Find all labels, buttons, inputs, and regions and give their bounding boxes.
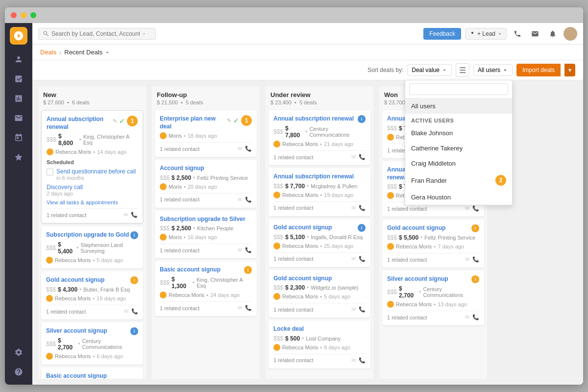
step-badge-annual1: 1 bbox=[127, 116, 138, 126]
dropdown-user-3[interactable]: Fran Rander 2 bbox=[405, 171, 512, 190]
email-card-icon-sw[interactable]: ✉ bbox=[465, 314, 469, 320]
card-icons-gold-won: ✉ 📞 bbox=[465, 256, 479, 263]
dropdown-search-input[interactable] bbox=[409, 83, 508, 95]
sidebar-item-reports[interactable] bbox=[10, 90, 27, 107]
deal-title-silver-upgrade[interactable]: Subscription upgrade to Silver bbox=[160, 216, 252, 223]
email-card-icon-gs2[interactable]: ✉ bbox=[351, 256, 356, 262]
list-view-icon[interactable]: ☰ bbox=[456, 63, 469, 77]
phone-card-icon-a2[interactable]: 📞 bbox=[359, 154, 366, 160]
users-filter-dropdown[interactable]: All users bbox=[473, 64, 513, 76]
col-new-meta: $ 27,600 • 6 deals bbox=[43, 99, 141, 105]
owner-avatar-gold-signup2 bbox=[273, 243, 280, 249]
deal-title-gold-won[interactable]: Gold account signup bbox=[387, 224, 445, 232]
phone-card-icon-sw[interactable]: 📞 bbox=[472, 314, 479, 320]
deal-title-gold-signup2[interactable]: Gold account signup bbox=[273, 224, 332, 232]
deal-title-annual3[interactable]: Annual subscription renewal bbox=[273, 173, 366, 181]
search-dropdown-icon[interactable] bbox=[142, 31, 147, 36]
scheduled-label: Scheduled bbox=[47, 159, 138, 165]
deal-amount-annual1: $$$ $ 8,600 • King, Christopher A Esq bbox=[47, 133, 138, 147]
app-logo[interactable] bbox=[10, 27, 27, 45]
phone-card-icon-e1[interactable]: 📞 bbox=[245, 146, 252, 152]
import-deals-button[interactable]: Import deals bbox=[516, 64, 561, 76]
email-card-icon-locke[interactable]: ✉ bbox=[351, 357, 356, 364]
email-card-icon-as2[interactable]: ✉ bbox=[238, 196, 242, 203]
breadcrumb-deals-link[interactable]: Deals bbox=[40, 49, 56, 56]
phone-card-icon-a3[interactable]: 📞 bbox=[359, 205, 366, 211]
deal-amount-annual3: $$$ $ 7,700 • Mcgladrey & Pullen bbox=[273, 183, 366, 190]
deal-title-basic1[interactable]: Basic account signup bbox=[46, 372, 107, 379]
sidebar-item-contacts[interactable] bbox=[10, 50, 27, 68]
email-card-icon-bs2[interactable]: ✉ bbox=[238, 305, 242, 311]
view-all-link[interactable]: View all tasks & appointments bbox=[47, 199, 138, 205]
email-card-icon-aw2[interactable]: ✉ bbox=[465, 205, 469, 212]
deal-title-annual2[interactable]: Annual subscription renewal bbox=[273, 115, 354, 123]
sidebar-item-deals[interactable] bbox=[10, 70, 27, 88]
email-card-icon-a3[interactable]: ✉ bbox=[351, 205, 356, 211]
deal-title-sub-gold1[interactable]: Subscription upgrade to Gold bbox=[46, 231, 129, 239]
phone-card-icon-as2[interactable]: 📞 bbox=[245, 196, 252, 203]
dropdown-section-header: Active Users bbox=[405, 114, 512, 125]
dropdown-user-2[interactable]: Craig Middleton bbox=[405, 156, 512, 171]
phone-card-icon-gs2[interactable]: 📞 bbox=[359, 256, 366, 262]
import-deals-arrow[interactable]: ▾ bbox=[564, 64, 575, 76]
check-icon-annual1[interactable]: ✓ bbox=[119, 117, 125, 125]
phone-card-icon-2[interactable]: 📞 bbox=[131, 308, 138, 315]
deal-title-silver1[interactable]: Silver account signup bbox=[46, 327, 107, 335]
dropdown-user-4[interactable]: Gera Houston bbox=[405, 190, 512, 205]
phone-card-icon-su[interactable]: 📞 bbox=[245, 247, 252, 253]
breadcrumb-dropdown-icon[interactable] bbox=[104, 49, 110, 55]
deal-title-gold-signup1[interactable]: Gold account signup bbox=[46, 276, 104, 284]
minimize-button[interactable] bbox=[21, 12, 26, 18]
dropdown-user-0[interactable]: Blake Johnson bbox=[405, 125, 512, 141]
email-card-icon-e1[interactable]: ✉ bbox=[238, 146, 242, 152]
phone-card-icon-locke[interactable]: 📞 bbox=[359, 357, 366, 364]
deal-title-enterprise1[interactable]: Enterprise plan new deal bbox=[160, 115, 227, 130]
email-card-icon-gs3[interactable]: ✉ bbox=[351, 306, 356, 313]
dropdown-all-users[interactable]: All users bbox=[405, 98, 512, 114]
edit-icon-enterprise1[interactable]: ✎ bbox=[227, 118, 231, 124]
search-bar[interactable] bbox=[38, 28, 156, 40]
deal-owner-annual3: Rebecca Moris • 19 days ago bbox=[273, 192, 366, 198]
dropdown-user-1[interactable]: Catherine Takerey bbox=[405, 141, 512, 156]
sort-dropdown[interactable]: Deal value bbox=[407, 64, 452, 76]
deal-badge-silver-won: ! bbox=[471, 275, 479, 283]
sidebar-item-settings[interactable] bbox=[10, 343, 27, 361]
phone-card-icon-gs3[interactable]: 📞 bbox=[359, 306, 366, 313]
feedback-button[interactable]: Feedback bbox=[423, 28, 461, 40]
notification-icon[interactable] bbox=[546, 27, 560, 41]
maximize-button[interactable] bbox=[30, 12, 36, 18]
phone-icon[interactable] bbox=[511, 27, 524, 41]
email-card-icon-2[interactable]: ✉ bbox=[124, 308, 128, 315]
phone-card-icon[interactable]: 📞 bbox=[131, 212, 138, 218]
deal-amount-sub-gold1: $$$ $ 5,400 • Stephenson Land Surveying bbox=[46, 241, 138, 255]
email-card-icon-a2[interactable]: ✉ bbox=[351, 154, 356, 160]
sidebar-item-help[interactable] bbox=[10, 363, 27, 381]
task-title[interactable]: Send questionnaire before call bbox=[56, 168, 138, 175]
add-lead-button[interactable]: + Lead bbox=[465, 28, 507, 40]
phone-card-icon-aw2[interactable]: 📞 bbox=[472, 205, 479, 212]
sidebar-item-calendar[interactable] bbox=[10, 129, 27, 147]
email-card-icon[interactable]: ✉ bbox=[123, 212, 128, 218]
check-icon-enterprise1[interactable]: ✓ bbox=[233, 117, 239, 124]
deal-title-account-signup2[interactable]: Account signup bbox=[160, 165, 252, 172]
mail-icon[interactable] bbox=[528, 27, 542, 41]
email-card-icon-su[interactable]: ✉ bbox=[238, 247, 242, 253]
deal-title-gold-signup3[interactable]: Gold account signup bbox=[273, 275, 366, 283]
deal-title-locke[interactable]: Locke deal bbox=[273, 325, 366, 333]
sidebar-item-integrations[interactable] bbox=[10, 148, 27, 166]
edit-icon-annual1[interactable]: ✎ bbox=[113, 118, 117, 124]
task-item: Send questionnaire before call in 6 mont… bbox=[47, 168, 138, 181]
email-card-icon-gw[interactable]: ✉ bbox=[465, 256, 469, 263]
deal-title-annual1[interactable]: Annual subscription renewal bbox=[47, 116, 113, 131]
search-input[interactable] bbox=[51, 30, 140, 37]
phone-card-icon-bs2[interactable]: 📞 bbox=[245, 305, 252, 311]
user-avatar[interactable] bbox=[564, 27, 577, 41]
phone-card-icon-gw[interactable]: 📞 bbox=[472, 256, 479, 263]
close-button[interactable] bbox=[11, 12, 17, 18]
discovery-call-link[interactable]: Discovery call bbox=[47, 184, 138, 191]
sidebar-item-mail[interactable] bbox=[10, 109, 27, 127]
deal-title-silver-won[interactable]: Silver account signup bbox=[387, 275, 448, 283]
task-checkbox[interactable] bbox=[47, 169, 53, 175]
deal-title-basic-signup2[interactable]: Basic account signup bbox=[160, 266, 220, 274]
col-under-review-meta: $ 23,400 • 5 deals bbox=[270, 99, 368, 105]
